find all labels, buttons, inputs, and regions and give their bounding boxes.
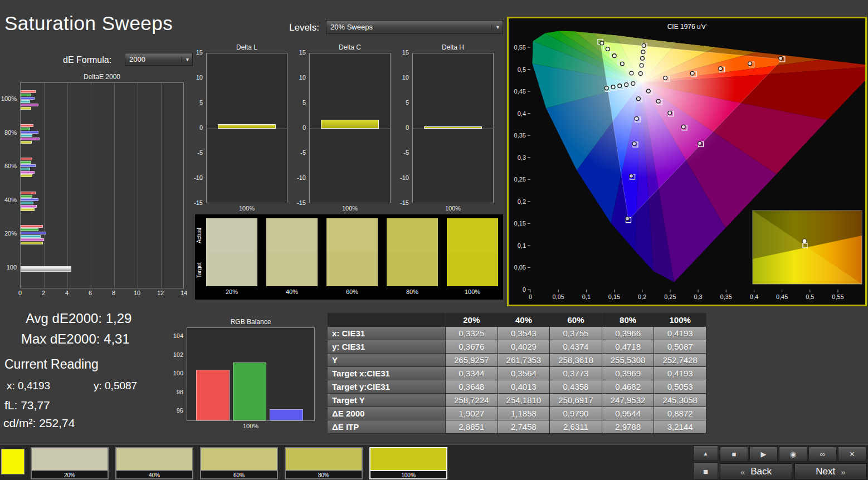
axis-tick-label: 8: [108, 290, 119, 296]
swatch-60%: [326, 218, 378, 286]
patch-label: 20%: [31, 471, 109, 479]
table-cell: 0,3969: [602, 367, 655, 380]
axis-tick-label: 0,55: [514, 44, 526, 51]
close-button[interactable]: ✕: [838, 447, 866, 462]
table-row: y: CIE310,36760,40290,43740,47180,5087: [328, 340, 706, 354]
next-button[interactable]: Next »: [794, 463, 867, 480]
measured-point: [802, 239, 807, 243]
table-cell: 0,3676: [446, 340, 498, 354]
table-cell: 0,9790: [550, 407, 602, 420]
patch-button-20%[interactable]: [31, 447, 109, 471]
table-cell: 0,4013: [498, 380, 550, 394]
measured-point: [664, 76, 667, 80]
delta-l-title: Delta L: [206, 43, 287, 51]
de-formula-dropdown[interactable]: 2000 ▼: [125, 53, 193, 66]
axis-tick-label: 102: [168, 351, 183, 358]
axis-tick-label: 0,05: [552, 293, 564, 300]
gridline: [91, 83, 91, 288]
patch-button-60%[interactable]: [200, 447, 278, 471]
axis-tick-label: 100: [168, 370, 183, 376]
table-cell: 0,3648: [446, 380, 498, 394]
delta-l-xlabel: 100%: [206, 205, 287, 212]
deltae-row-label: 60%: [0, 163, 17, 169]
axis-tick-label: 10: [131, 290, 143, 296]
patch-button-100%[interactable]: [369, 447, 447, 471]
swatch-label: 40%: [266, 288, 318, 295]
play-button[interactable]: ▶: [749, 447, 778, 462]
swatch-actual: [206, 218, 257, 252]
gridline: [67, 83, 68, 288]
table-row-label: Target y:CIE31: [328, 380, 446, 394]
axis-tick-label: 0,1: [582, 293, 591, 300]
axis-tick-label: -15: [189, 199, 203, 206]
swatch-40%: [266, 218, 318, 286]
stop-button[interactable]: ■: [720, 447, 748, 462]
measured-point: [635, 117, 638, 121]
table-cell: 0,4374: [550, 340, 602, 354]
table-row-label: Y: [328, 354, 446, 367]
measured-point: [630, 174, 633, 178]
table-header-cell: 20%: [446, 313, 498, 327]
delta_l-bar: [218, 124, 276, 129]
table-header-cell: 60%: [550, 313, 602, 327]
measured-point: [656, 99, 660, 103]
axis-tick-label: 5: [396, 99, 409, 106]
back-button[interactable]: « Back: [720, 463, 792, 480]
levels-dropdown[interactable]: 20% Sweeps ▼: [326, 20, 503, 34]
deltae-bar-yellow: [21, 208, 35, 211]
deltae-bar-red: [21, 192, 36, 194]
axis-tick-label: 0,15: [514, 220, 526, 227]
current-y: y: 0,5087: [94, 380, 137, 392]
axis-tick-label: 0,25: [664, 293, 676, 300]
table-row: Target y:CIE310,36480,40130,43580,46820,…: [328, 380, 706, 394]
swatch-20%: [206, 218, 257, 286]
patch-button-80%[interactable]: [285, 447, 363, 471]
chevrons-left-icon: «: [740, 467, 745, 477]
axis-tick-label: 0: [14, 290, 26, 296]
axis-tick-label: 0,45: [514, 88, 526, 95]
deltae-bar-magenta: [21, 205, 37, 208]
measured-point: [638, 72, 642, 76]
axis-tick-label: 0,5: [518, 66, 526, 73]
avg-de2000: Avg dE2000: 1,29: [26, 311, 131, 326]
deltae-bar-green: [21, 94, 31, 96]
loop-button[interactable]: ∞: [808, 447, 837, 462]
table-row: Target x:CIE310,33440,35640,37730,39690,…: [328, 367, 706, 380]
measured-point: [611, 85, 615, 89]
patch-button-40%[interactable]: [115, 447, 193, 471]
table-cell: 0,4029: [498, 340, 550, 354]
table-row-label: ΔE 2000: [328, 407, 446, 420]
gridline: [138, 83, 138, 288]
axis-tick-label: 0,2: [518, 198, 526, 205]
patch-label: 80%: [285, 471, 363, 479]
table-cell: 0,4193: [654, 367, 706, 380]
deltae-bar-yellow: [21, 141, 32, 144]
measured-point: [690, 71, 694, 75]
axis-tick-label: -10: [189, 174, 203, 181]
measured-point: [779, 56, 783, 60]
current-patch-swatch: [1, 449, 25, 474]
table-header-cell: 40%: [498, 313, 550, 327]
axis-tick-label: 0,3: [518, 154, 526, 161]
deltae-bar-green: [21, 161, 31, 164]
deltae-bar-cyan: [21, 235, 41, 238]
deltae-row-label: 40%: [0, 197, 17, 203]
deltae-row-label: 100: [0, 264, 17, 271]
delta_h-bar: [424, 126, 482, 129]
deltae-bar-magenta: [21, 171, 35, 174]
table-header-row: 20%40%60%80%100%: [328, 313, 706, 327]
table-cell: 0,3543: [498, 327, 550, 340]
table-cell: 0,3755: [550, 327, 602, 340]
axis-tick-label: 0,1: [518, 242, 526, 249]
gridline: [161, 83, 162, 288]
patch-label: 40%: [115, 471, 193, 479]
record-button[interactable]: ◉: [779, 447, 807, 462]
current-reading-title: Current Reading: [4, 357, 99, 372]
scroll-up-button[interactable]: ▲: [693, 445, 718, 461]
pager-stop-button[interactable]: ■: [693, 462, 718, 480]
zero-line: [207, 129, 287, 129]
swatch-row-label: Target: [196, 253, 204, 287]
axis-tick-label: 0,45: [776, 293, 788, 300]
axis-tick-label: 0,15: [608, 293, 620, 300]
table-cell: 265,9257: [446, 354, 498, 367]
